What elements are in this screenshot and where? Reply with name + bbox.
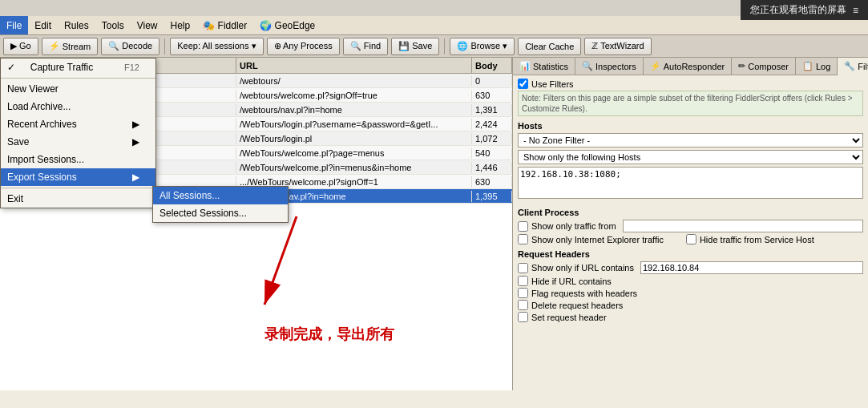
- tab-filters[interactable]: 🔧 Filters: [838, 58, 868, 75]
- statistics-icon: 📊: [519, 61, 531, 71]
- process-label: ⊕ Any Process: [274, 41, 333, 51]
- hide-service-label: Hide traffic from Service Host: [700, 235, 814, 244]
- separator-2: [444, 38, 445, 55]
- toolbar: ▶ Go ⚡ FileStream 🔍 Decode Keep: All ses…: [0, 35, 868, 58]
- menu-save[interactable]: Save ▶: [1, 133, 155, 151]
- cell-body: 2,424: [472, 119, 512, 130]
- menu-file[interactable]: File: [0, 16, 28, 34]
- show-url-input[interactable]: [640, 261, 863, 274]
- all-sessions-label: All Sessions...: [159, 190, 220, 201]
- flag-requests-label: Flag requests with headers: [531, 289, 637, 298]
- cell-body: 1,446: [472, 162, 512, 173]
- cell-body: 630: [472, 90, 512, 101]
- save-button[interactable]: 💾 Save: [391, 38, 439, 55]
- process-button[interactable]: ⊕ Any Process: [267, 38, 340, 55]
- separator: [1, 78, 155, 79]
- inspectors-icon: 🔍: [582, 61, 593, 71]
- right-panel: 📊 Statistics 🔍 Inspectors ⚡ AutoResponde…: [513, 58, 868, 390]
- keep-button[interactable]: Keep: All sessions ▾: [170, 38, 263, 55]
- menu-exit[interactable]: Exit: [1, 190, 155, 208]
- menu-help[interactable]: Help: [164, 16, 197, 34]
- tab-autoresponder[interactable]: ⚡ AutoResponder: [644, 58, 732, 75]
- menu-edit[interactable]: Edit: [28, 16, 58, 34]
- composer-icon: ✏: [738, 61, 745, 71]
- clear-cache-button[interactable]: Clear Cache: [518, 38, 581, 55]
- save-label: 💾 Save: [398, 41, 432, 51]
- menu-load-archive[interactable]: Load Archive...: [1, 98, 155, 115]
- save-menu-label: Save: [7, 136, 29, 147]
- hosts-textarea[interactable]: 192.168.10.38:1080;: [518, 167, 863, 199]
- menu-fiddler[interactable]: 🎭 Fiddler: [196, 16, 253, 34]
- menu-export-sessions[interactable]: Export Sessions ▶: [1, 168, 155, 186]
- hosts-filter-select[interactable]: Show only the following Hosts: [518, 150, 863, 164]
- browse-label: 🌐 Browse ▾: [457, 41, 507, 51]
- separator: [1, 188, 155, 188]
- cell-body: 0: [472, 75, 512, 87]
- hide-service-checkbox[interactable]: [686, 234, 696, 244]
- keep-label: Keep: All sessions ▾: [177, 41, 256, 51]
- show-only-traffic-label: Show only traffic from: [531, 221, 616, 231]
- cell-body: 1,391: [472, 104, 512, 115]
- hide-url-checkbox[interactable]: [518, 276, 528, 286]
- menu-tools[interactable]: Tools: [95, 16, 131, 34]
- file-dropdown-menu: ✓ Capture Traffic F12 New Viewer Load Ar…: [0, 58, 156, 208]
- cell-body: 1,395: [472, 191, 512, 202]
- flag-requests-checkbox[interactable]: [518, 288, 528, 298]
- notification-icon: ≡: [853, 5, 858, 16]
- export-all-sessions[interactable]: All Sessions...: [153, 187, 288, 204]
- textwizard-button[interactable]: ℤ TextWizard: [584, 38, 651, 55]
- capture-shortcut: F12: [124, 63, 139, 72]
- composer-label: Composer: [748, 62, 789, 71]
- stream-button[interactable]: ⚡ FileStream: [42, 38, 98, 55]
- recent-archives-label: Recent Archives: [7, 119, 77, 130]
- notification-bar: 您正在观看地雷的屏幕 ≡: [741, 0, 868, 20]
- menu-rules[interactable]: Rules: [58, 16, 95, 34]
- delete-headers-checkbox[interactable]: [518, 300, 528, 310]
- flag-requests-row: Flag requests with headers: [518, 288, 863, 298]
- show-url-row: Show only if URL contains: [518, 261, 863, 274]
- exit-label: Exit: [7, 193, 23, 204]
- cell-url: /webtours/welcome.pl?signOff=true: [236, 90, 472, 101]
- delete-headers-label: Delete request headers: [531, 301, 623, 310]
- main-content: # Result Protocol Host URL Body .38:1080…: [0, 58, 868, 390]
- show-ie-checkbox[interactable]: [518, 234, 528, 244]
- arrow-icon: ▶: [132, 119, 139, 130]
- export-selected-sessions[interactable]: Selected Sessions...: [153, 204, 288, 222]
- textwizard-label: ℤ TextWizard: [591, 41, 644, 51]
- go-button[interactable]: ▶ Go: [3, 38, 38, 55]
- tab-composer[interactable]: ✏ Composer: [732, 58, 796, 75]
- cell-body: 540: [472, 147, 512, 159]
- cell-url: /webtours/: [236, 75, 472, 87]
- menu-geoedge[interactable]: 🌍 GeoEdge: [253, 16, 321, 34]
- stream-label: ⚡: [49, 41, 60, 51]
- find-label: 🔍 Find: [350, 41, 381, 51]
- menu-new-viewer[interactable]: New Viewer: [1, 80, 155, 98]
- capture-label: Capture Traffic: [30, 62, 93, 73]
- checkmark-icon: ✓: [7, 62, 15, 73]
- zone-filter-select[interactable]: - No Zone Filter -: [518, 133, 863, 147]
- cell-url: /WebTours/welcome.pl?in=menus&in=home: [236, 162, 472, 173]
- arrow-icon: ▶: [132, 136, 139, 147]
- show-only-traffic-checkbox[interactable]: [518, 221, 528, 232]
- col-body: Body: [472, 58, 512, 73]
- menu-view[interactable]: View: [131, 16, 164, 34]
- tab-statistics[interactable]: 📊 Statistics: [513, 58, 575, 75]
- traffic-from-input[interactable]: [623, 220, 863, 232]
- set-header-row: Set request header: [518, 312, 863, 322]
- decode-button[interactable]: 🔍 Decode: [101, 38, 159, 55]
- load-archive-label: Load Archive...: [7, 101, 71, 112]
- use-filters-checkbox[interactable]: [518, 79, 528, 89]
- browse-button[interactable]: 🌐 Browse ▾: [450, 38, 515, 55]
- cell-url: /WebTours/login.pl: [236, 133, 472, 144]
- new-viewer-label: New Viewer: [7, 83, 59, 95]
- find-button[interactable]: 🔍 Find: [343, 38, 388, 55]
- show-url-checkbox[interactable]: [518, 263, 528, 273]
- set-header-checkbox[interactable]: [518, 312, 528, 322]
- request-headers-title: Request Headers: [518, 249, 863, 259]
- cell-url: /webtours/nav.pl?in=home: [236, 104, 472, 115]
- tab-inspectors[interactable]: 🔍 Inspectors: [575, 58, 644, 75]
- tab-log[interactable]: 📋 Log: [796, 58, 838, 75]
- menu-capture-traffic[interactable]: ✓ Capture Traffic F12: [1, 59, 155, 76]
- menu-recent-archives[interactable]: Recent Archives ▶: [1, 115, 155, 133]
- menu-import-sessions[interactable]: Import Sessions...: [1, 151, 155, 168]
